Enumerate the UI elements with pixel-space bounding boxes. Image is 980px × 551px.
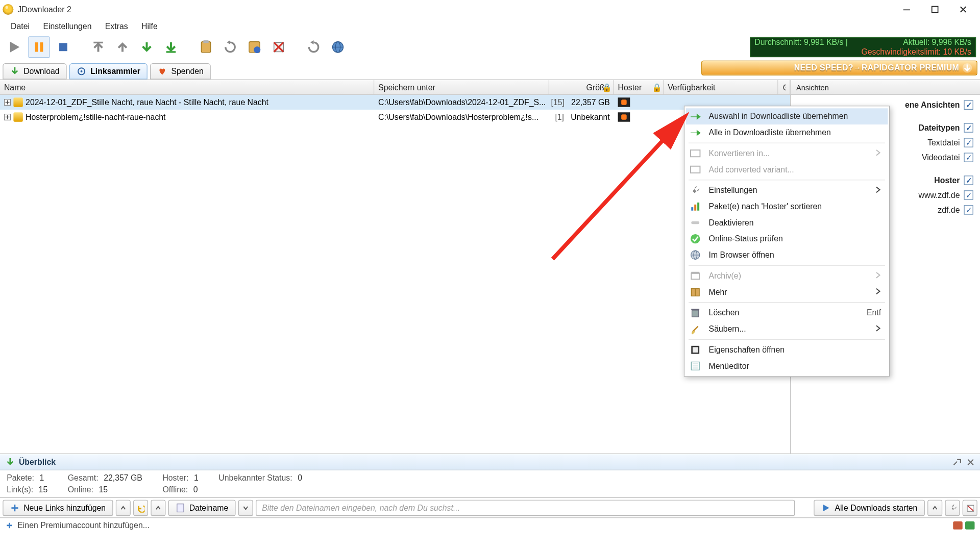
context-item[interactable]: Deaktivieren (686, 215, 888, 231)
context-item[interactable]: Einstellungen (686, 182, 888, 198)
filename-button[interactable]: Dateiname (168, 499, 236, 516)
svg-rect-34 (177, 504, 184, 512)
ov-pakete: 1 (39, 473, 44, 482)
col-avail[interactable]: Verfügbarkeit (664, 80, 778, 94)
toolbar: Durchschnitt: 9,991 KB/s | Aktuell: 9,99… (0, 34, 980, 61)
context-item[interactable]: Alle in Downloadliste übernehmen (686, 124, 888, 141)
overview-close-button[interactable] (965, 457, 976, 466)
undo-menu[interactable] (151, 499, 166, 516)
context-item[interactable]: Paket(e) nach 'Hoster' sortieren (686, 198, 888, 215)
maximize-button[interactable] (921, 2, 949, 18)
undo-button[interactable] (133, 499, 148, 516)
overview-popout-button[interactable] (952, 457, 963, 466)
row-save: C:\Users\fab\Downloads\Hosterproblem¿!s.… (374, 110, 549, 124)
reconnect-button[interactable] (303, 36, 324, 58)
menu-extras[interactable]: Extras (99, 20, 135, 33)
col-size[interactable]: Größe🔒 (549, 80, 614, 94)
stop-button[interactable] (53, 36, 74, 58)
context-item[interactable]: Auswahl in Downloadliste übernehmen (686, 108, 888, 124)
reconnect-icon (306, 40, 321, 55)
check-icon (689, 232, 702, 245)
svg-line-55 (693, 327, 698, 332)
svg-rect-42 (694, 205, 696, 211)
context-item-label: Eigenschaften öffnen (709, 345, 785, 354)
close-button[interactable] (949, 2, 977, 18)
context-item[interactable]: Menüeditor (686, 358, 888, 374)
start-all-menu[interactable] (927, 499, 942, 516)
menu-help[interactable]: Hilfe (135, 20, 164, 33)
move-top-button[interactable] (87, 36, 109, 58)
wrench-icon (689, 184, 702, 197)
menu-settings[interactable]: Einstellungen (36, 20, 98, 33)
context-item[interactable]: LöschenEntf (686, 305, 888, 321)
col-settings[interactable] (778, 80, 790, 94)
clipboard-monitor-icon (247, 40, 262, 55)
heart-icon (158, 67, 167, 76)
tabbar: Download Linksammler Spenden NEED SPEED?… (0, 61, 980, 80)
chevron-up-icon (932, 505, 938, 511)
context-item[interactable]: Mehr (686, 284, 888, 300)
start-all-button[interactable]: Alle Downloads starten (814, 499, 925, 516)
move-bottom-button[interactable] (160, 36, 182, 58)
svg-rect-0 (903, 9, 910, 10)
move-up-button[interactable] (112, 36, 133, 58)
tab-donate[interactable]: Spenden (151, 63, 211, 80)
chevron-right-icon (876, 186, 881, 195)
checkbox-icon[interactable]: ✓ (964, 100, 973, 109)
add-premium-link[interactable]: Einen Premiumaccount hinzufügen... (17, 520, 150, 530)
col-name[interactable]: Name (0, 80, 374, 94)
checkbox-icon[interactable]: ✓ (964, 123, 973, 132)
context-item[interactable]: Eigenschaften öffnen (686, 342, 888, 358)
filename-menu[interactable] (238, 499, 253, 516)
table-row[interactable]: Hosterproblem¿!stille-nacht-raue-nacht C… (0, 110, 790, 124)
context-item[interactable]: Im Browser öffnen (686, 247, 888, 263)
pause-button[interactable] (28, 36, 50, 58)
tab-download[interactable]: Download (3, 63, 67, 80)
bottom-settings-button[interactable] (945, 499, 960, 516)
ov-gesamt: 22,357 GB (104, 473, 142, 482)
checkbox-icon[interactable]: ✓ (964, 205, 973, 214)
table-row[interactable]: 2024-12-01_ZDF_Stille Nacht, raue Nacht … (0, 95, 790, 110)
minimize-button[interactable] (893, 2, 921, 18)
expand-icon[interactable] (4, 114, 11, 120)
tab-linkgrabber[interactable]: Linksammler (69, 63, 148, 80)
context-item-label: Konvertieren in... (709, 148, 770, 158)
context-item-label: Paket(e) nach 'Hoster' sortieren (709, 202, 822, 211)
reload-icon (223, 40, 237, 55)
delete-button[interactable] (268, 36, 289, 58)
checkbox-icon[interactable]: ✓ (964, 153, 973, 162)
svg-point-22 (783, 84, 786, 90)
context-item[interactable]: Online-Status prüfen (686, 231, 888, 247)
promo-banner[interactable]: NEED SPEED?→RAPIDGATOR PREMIUM (701, 61, 977, 76)
table-rows[interactable]: 2024-12-01_ZDF_Stille Nacht, raue Nacht … (0, 95, 790, 454)
expand-icon[interactable] (4, 99, 11, 106)
checkbox-icon[interactable]: ✓ (964, 190, 973, 199)
checkbox-icon[interactable]: ✓ (964, 138, 973, 147)
svg-rect-10 (203, 40, 209, 43)
context-item-label: Archiv(e) (709, 271, 741, 280)
chevron-up-icon (120, 505, 126, 511)
clipboard-button[interactable] (195, 36, 216, 58)
col-hoster[interactable]: Hoster🔒 (614, 80, 664, 94)
overview-title: Überblick (19, 457, 56, 466)
checkbox-icon[interactable]: ✓ (964, 176, 973, 185)
context-item[interactable]: Säubern... (686, 321, 888, 337)
svg-point-45 (691, 234, 700, 243)
update-button[interactable] (327, 36, 349, 58)
chevron-right-icon (876, 271, 881, 280)
svg-rect-49 (691, 273, 699, 279)
context-item-label: Löschen (709, 308, 740, 317)
auto-reconnect-button[interactable] (219, 36, 241, 58)
play-button[interactable] (4, 36, 26, 58)
add-links-menu[interactable] (116, 499, 131, 516)
clipboard-monitor-button[interactable] (243, 36, 265, 58)
move-down-button[interactable] (136, 36, 157, 58)
menu-file[interactable]: Datei (4, 20, 36, 33)
svg-rect-50 (691, 272, 699, 274)
col-save[interactable]: Speichern unter (374, 80, 549, 94)
plus-icon (6, 521, 14, 529)
context-item: Konvertieren in... (686, 145, 888, 162)
bottom-clear-button[interactable] (963, 499, 977, 516)
search-input[interactable]: Bitte den Dateinamen eingeben, nach dem … (256, 499, 795, 516)
add-links-button[interactable]: Neue Links hinzufügen (3, 499, 113, 516)
